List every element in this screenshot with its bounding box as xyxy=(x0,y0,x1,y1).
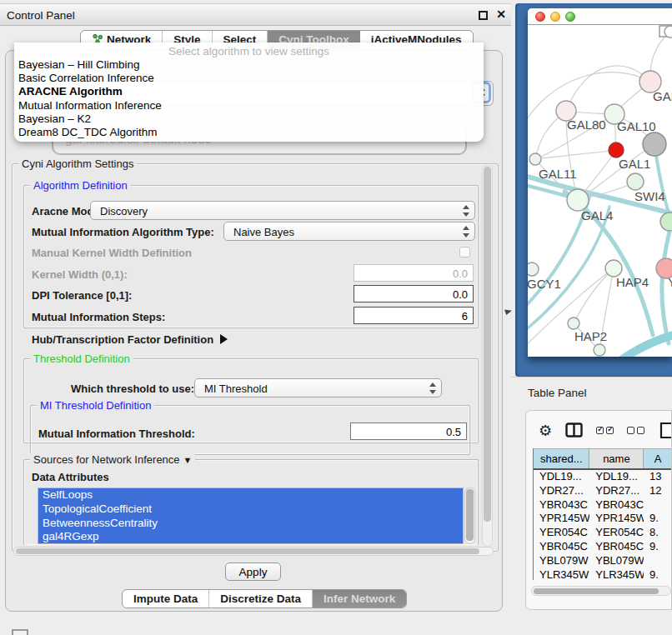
table-cell: YBL079W xyxy=(589,554,644,568)
network-node-hap4[interactable] xyxy=(605,260,622,277)
table-row[interactable]: YBR045CYBR045C9. xyxy=(534,540,672,554)
select-all-checkboxes-icon[interactable] xyxy=(596,427,614,434)
mi-threshold-definition-title: MI Threshold Definition xyxy=(37,399,154,412)
tab-infer-network[interactable]: Infer Network xyxy=(313,590,406,608)
network-node-gal1[interactable] xyxy=(609,142,624,158)
column-header-partial[interactable]: A xyxy=(644,448,672,468)
table-cell: YLR345W xyxy=(589,568,644,580)
scrollbar-thumb[interactable] xyxy=(16,548,479,554)
mi-algorithm-type-label: Mutual Information Algorithm Type: xyxy=(32,226,214,238)
table-cell: YBL079W xyxy=(534,554,589,568)
which-threshold-combo[interactable]: MI Threshold xyxy=(194,378,442,398)
algorithm-option[interactable]: Mutual Information Inference xyxy=(14,99,484,112)
sources-group-title[interactable]: Sources for Network Inference▼ xyxy=(30,453,195,466)
network-node-swi4[interactable] xyxy=(627,173,644,190)
table-panel: ⚙ shared... name A YDL19...YDL19...13YDR… xyxy=(525,410,672,610)
table-cell: YBR045C xyxy=(589,540,644,554)
float-icon[interactable] xyxy=(479,11,488,20)
scrollbar-thumb[interactable] xyxy=(534,588,659,594)
gear-icon[interactable]: ⚙ xyxy=(539,422,552,439)
table-body: YDL19...YDL19...13YDR27...YDR27...12YBR0… xyxy=(534,470,672,580)
table-cell: 9. xyxy=(644,568,672,580)
table-cell: YER054C xyxy=(589,526,644,540)
table-row[interactable]: YDR27...YDR27...12 xyxy=(534,484,672,498)
mi-threshold-value: 0.5 xyxy=(446,426,461,438)
network-canvas[interactable]: GALGAL80GAL10GAL1GAL11SWI4GAL4GCY1HAP4YH… xyxy=(528,25,672,357)
deselect-all-checkboxes-icon[interactable] xyxy=(627,427,644,434)
table-cell: YER054C xyxy=(534,526,589,540)
table-header-row: shared... name A xyxy=(534,448,672,470)
column-header-name[interactable]: name xyxy=(589,448,644,468)
table-row[interactable]: YER054CYER054C8. xyxy=(534,526,672,540)
stepper-icon xyxy=(463,226,469,238)
attribute-item[interactable]: BetweennessCentrality xyxy=(38,517,463,531)
mi-threshold-field[interactable]: 0.5 xyxy=(350,422,467,440)
node-label: Y xyxy=(668,275,672,289)
dpi-tolerance-field[interactable]: 0.0 xyxy=(354,285,474,302)
data-attributes-list[interactable]: SelfLoopsTopologicalCoefficientBetweenne… xyxy=(38,488,464,544)
table-panel-divider xyxy=(511,377,672,378)
algorithm-option[interactable]: Basic Correlation Inference xyxy=(14,72,484,85)
mi-threshold-label: Mutual Information Threshold: xyxy=(38,428,195,440)
attribute-item[interactable]: TopologicalCoefficient xyxy=(38,502,463,517)
algorithm-option[interactable]: ARACNE Algorithm xyxy=(14,85,484,98)
network-node[interactable] xyxy=(643,132,666,156)
scrollbar-thumb[interactable] xyxy=(484,167,491,522)
table-horizontal-scrollbar[interactable] xyxy=(531,586,671,596)
cyni-settings-group-title: Cyni Algorithm Settings xyxy=(18,158,137,170)
tab-label: Impute Data xyxy=(133,592,198,605)
close-icon[interactable]: ✕ xyxy=(496,8,506,21)
attribute-item[interactable]: gal4RGexp xyxy=(38,530,463,544)
network-view-window[interactable]: GALGAL80GAL10GAL1GAL11SWI4GAL4GCY1HAP4YH… xyxy=(528,8,672,357)
tab-discretize-data[interactable]: Discretize Data xyxy=(209,590,313,608)
node-table[interactable]: shared... name A YDL19...YDL19...13YDR27… xyxy=(533,448,672,580)
apply-button[interactable]: Apply xyxy=(225,562,281,581)
network-node[interactable] xyxy=(660,212,672,231)
manual-kernel-width-label: Manual Kernel Width Definition xyxy=(32,247,192,259)
table-row[interactable]: YLR345WYLR345W9. xyxy=(534,568,672,580)
table-toolbar: ⚙ xyxy=(526,419,671,441)
table-row[interactable]: YBR043CYBR043C xyxy=(534,498,672,512)
attribute-item[interactable]: SelfLoops xyxy=(38,488,463,502)
aracne-mode-combo[interactable]: Discovery xyxy=(90,201,475,220)
node-label: GAL10 xyxy=(617,119,656,133)
tab-impute-data[interactable]: Impute Data xyxy=(123,590,209,608)
hub-definition-toggle[interactable]: Hub/Transcription Factor Definition xyxy=(32,333,228,346)
settings-scrollbar[interactable] xyxy=(482,165,493,547)
minimize-traffic-light-icon[interactable] xyxy=(550,12,560,22)
manual-kernel-width-checkbox[interactable] xyxy=(459,247,470,258)
close-traffic-light-icon[interactable] xyxy=(535,12,545,22)
algorithm-option[interactable]: Bayesian – K2 xyxy=(14,112,484,126)
column-header-shared-name[interactable]: shared... xyxy=(534,448,589,468)
attributes-list-scrollbar[interactable] xyxy=(464,488,475,544)
node-label: GAL xyxy=(653,89,672,103)
mi-steps-field[interactable]: 6 xyxy=(354,307,474,324)
dpi-tolerance-value: 0.0 xyxy=(453,288,468,301)
mi-algorithm-type-combo[interactable]: Naive Bayes xyxy=(223,222,475,241)
table-cell: YDL19... xyxy=(589,470,644,484)
algorithm-option[interactable]: Dream8 DC_TDC Algorithm xyxy=(14,126,484,139)
network-node-hap2[interactable] xyxy=(568,318,579,329)
control-panel-titlebar: Control Panel ✕ xyxy=(0,3,511,26)
scrollbar-thumb[interactable] xyxy=(466,489,474,541)
network-node[interactable] xyxy=(664,26,672,38)
which-threshold-label: Which threshold to use: xyxy=(71,382,194,395)
network-node-gal11[interactable] xyxy=(529,153,541,165)
new-table-icon[interactable] xyxy=(659,421,672,439)
corner-widget xyxy=(12,629,28,635)
split-columns-icon[interactable] xyxy=(565,422,583,438)
aracne-mode-value: Discovery xyxy=(100,205,148,218)
table-row[interactable]: YPR145WYPR145W9. xyxy=(534,512,672,526)
network-node-gcy1[interactable] xyxy=(528,262,539,276)
network-node[interactable] xyxy=(594,344,605,356)
node-label: GAL80 xyxy=(567,118,606,132)
algorithm-option[interactable]: Bayesian – Hill Climbing xyxy=(14,58,484,72)
zoom-traffic-light-icon[interactable] xyxy=(565,12,575,22)
screen: Control Panel ✕ NetworkStyleSelectCyni T… xyxy=(0,0,672,635)
settings-horizontal-scrollbar[interactable] xyxy=(13,547,494,556)
cyni-bottom-tabs: Impute DataDiscretize DataInfer Network xyxy=(122,589,407,608)
table-row[interactable]: YDL19...YDL19...13 xyxy=(534,470,672,484)
data-attributes-label: Data Attributes xyxy=(32,471,109,483)
table-row[interactable]: YBL079WYBL079W xyxy=(534,554,672,568)
hub-definition-label: Hub/Transcription Factor Definition xyxy=(32,333,213,346)
